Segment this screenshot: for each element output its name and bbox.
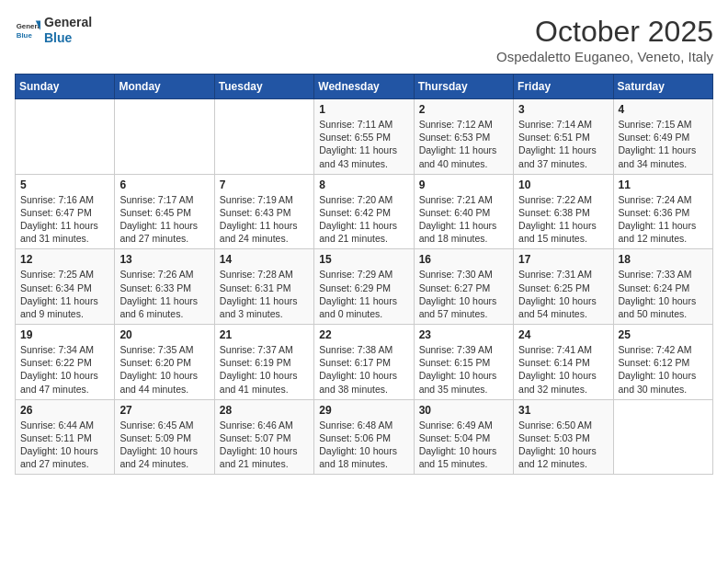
week-row-1: 1Sunrise: 7:11 AMSunset: 6:55 PMDaylight… [16,99,713,175]
day-number: 12 [20,253,109,266]
calendar-cell: 26Sunrise: 6:44 AMSunset: 5:11 PMDayligh… [16,399,115,475]
month-title: October 2025 [496,15,713,49]
day-info: Sunrise: 6:49 AMSunset: 5:04 PMDaylight:… [419,419,508,471]
day-number: 24 [518,328,608,341]
weekday-header-friday: Friday [514,75,613,99]
day-info: Sunrise: 7:12 AMSunset: 6:53 PMDaylight:… [419,118,508,170]
day-number: 16 [419,253,508,266]
day-info: Sunrise: 7:42 AMSunset: 6:12 PMDaylight:… [619,343,708,396]
day-info: Sunrise: 7:38 AMSunset: 6:17 PMDaylight:… [319,343,408,396]
day-number: 23 [419,328,508,341]
day-number: 9 [419,178,508,191]
calendar-table: SundayMondayTuesdayWednesdayThursdayFrid… [15,74,713,475]
calendar-cell: 18Sunrise: 7:33 AMSunset: 6:24 PMDayligh… [613,249,712,325]
weekday-header-sunday: Sunday [16,75,115,99]
day-number: 14 [220,253,309,266]
calendar-cell: 10Sunrise: 7:22 AMSunset: 6:38 PMDayligh… [514,174,613,249]
day-number: 22 [319,328,408,341]
day-info: Sunrise: 7:41 AMSunset: 6:14 PMDaylight:… [518,343,608,396]
calendar-cell: 31Sunrise: 6:50 AMSunset: 5:03 PMDayligh… [514,399,613,475]
svg-text:Blue: Blue [17,31,33,40]
day-info: Sunrise: 7:24 AMSunset: 6:36 PMDaylight:… [619,193,708,246]
title-block: October 2025 Ospedaletto Euganeo, Veneto… [496,15,713,64]
weekday-header-wednesday: Wednesday [314,75,414,99]
calendar-cell: 23Sunrise: 7:39 AMSunset: 6:15 PMDayligh… [414,325,513,400]
week-row-5: 26Sunrise: 6:44 AMSunset: 5:11 PMDayligh… [16,399,713,475]
week-row-3: 12Sunrise: 7:25 AMSunset: 6:34 PMDayligh… [16,249,713,325]
day-number: 13 [119,253,209,266]
logo-general-text: General [44,15,92,30]
day-info: Sunrise: 6:46 AMSunset: 5:07 PMDaylight:… [220,419,309,471]
calendar-cell [16,99,115,175]
day-number: 21 [220,328,309,341]
day-info: Sunrise: 7:21 AMSunset: 6:40 PMDaylight:… [419,193,508,246]
calendar-cell: 15Sunrise: 7:29 AMSunset: 6:29 PMDayligh… [314,249,414,325]
weekday-header-thursday: Thursday [414,75,513,99]
day-info: Sunrise: 7:25 AMSunset: 6:34 PMDaylight:… [20,268,109,320]
calendar-cell: 30Sunrise: 6:49 AMSunset: 5:04 PMDayligh… [414,399,513,475]
day-info: Sunrise: 7:39 AMSunset: 6:15 PMDaylight:… [419,343,508,396]
day-info: Sunrise: 7:14 AMSunset: 6:51 PMDaylight:… [518,118,608,170]
day-number: 7 [220,178,309,191]
day-number: 2 [419,103,508,116]
day-info: Sunrise: 7:19 AMSunset: 6:43 PMDaylight:… [220,193,309,246]
logo: General Blue General Blue [15,15,92,46]
day-info: Sunrise: 7:35 AMSunset: 6:20 PMDaylight:… [119,343,209,396]
day-number: 6 [119,178,209,191]
day-info: Sunrise: 7:20 AMSunset: 6:42 PMDaylight:… [319,193,408,246]
day-number: 3 [518,103,608,116]
weekday-header-monday: Monday [115,75,214,99]
day-number: 1 [319,103,408,116]
calendar-cell: 11Sunrise: 7:24 AMSunset: 6:36 PMDayligh… [613,174,712,249]
calendar-cell: 9Sunrise: 7:21 AMSunset: 6:40 PMDaylight… [414,174,513,249]
day-info: Sunrise: 7:33 AMSunset: 6:24 PMDaylight:… [619,268,708,320]
calendar-cell: 3Sunrise: 7:14 AMSunset: 6:51 PMDaylight… [514,99,613,175]
location-title: Ospedaletto Euganeo, Veneto, Italy [496,49,713,64]
day-info: Sunrise: 7:16 AMSunset: 6:47 PMDaylight:… [20,193,109,246]
day-number: 15 [319,253,408,266]
calendar-cell: 25Sunrise: 7:42 AMSunset: 6:12 PMDayligh… [613,325,712,400]
week-row-4: 19Sunrise: 7:34 AMSunset: 6:22 PMDayligh… [16,325,713,400]
day-number: 19 [20,328,109,341]
calendar-body: 1Sunrise: 7:11 AMSunset: 6:55 PMDaylight… [16,99,713,475]
day-info: Sunrise: 7:15 AMSunset: 6:49 PMDaylight:… [619,118,708,170]
day-info: Sunrise: 7:26 AMSunset: 6:33 PMDaylight:… [119,268,209,320]
day-info: Sunrise: 7:37 AMSunset: 6:19 PMDaylight:… [220,343,309,396]
day-number: 31 [518,404,608,417]
day-info: Sunrise: 7:11 AMSunset: 6:55 PMDaylight:… [319,118,408,170]
calendar-cell: 20Sunrise: 7:35 AMSunset: 6:20 PMDayligh… [115,325,214,400]
weekday-header-row: SundayMondayTuesdayWednesdayThursdayFrid… [16,75,713,99]
page-header: General Blue General Blue October 2025 O… [15,15,713,64]
calendar-cell: 21Sunrise: 7:37 AMSunset: 6:19 PMDayligh… [214,325,313,400]
calendar-cell: 28Sunrise: 6:46 AMSunset: 5:07 PMDayligh… [214,399,313,475]
calendar-cell: 29Sunrise: 6:48 AMSunset: 5:06 PMDayligh… [314,399,414,475]
calendar-cell: 2Sunrise: 7:12 AMSunset: 6:53 PMDaylight… [414,99,513,175]
calendar-cell [613,399,712,475]
day-info: Sunrise: 6:44 AMSunset: 5:11 PMDaylight:… [20,419,109,471]
day-number: 4 [619,103,708,116]
day-info: Sunrise: 7:31 AMSunset: 6:25 PMDaylight:… [518,268,608,320]
calendar-cell: 16Sunrise: 7:30 AMSunset: 6:27 PMDayligh… [414,249,513,325]
calendar-cell: 17Sunrise: 7:31 AMSunset: 6:25 PMDayligh… [514,249,613,325]
day-number: 29 [319,404,408,417]
weekday-header-saturday: Saturday [613,75,712,99]
weekday-header-tuesday: Tuesday [214,75,313,99]
day-info: Sunrise: 6:50 AMSunset: 5:03 PMDaylight:… [518,419,608,471]
calendar-cell: 14Sunrise: 7:28 AMSunset: 6:31 PMDayligh… [214,249,313,325]
day-info: Sunrise: 7:22 AMSunset: 6:38 PMDaylight:… [518,193,608,246]
day-number: 11 [619,178,708,191]
day-number: 26 [20,404,109,417]
calendar-cell: 8Sunrise: 7:20 AMSunset: 6:42 PMDaylight… [314,174,414,249]
day-number: 8 [319,178,408,191]
day-number: 28 [220,404,309,417]
svg-text:General: General [17,22,40,30]
day-number: 10 [518,178,608,191]
day-info: Sunrise: 7:28 AMSunset: 6:31 PMDaylight:… [220,268,309,320]
day-number: 20 [119,328,209,341]
calendar-cell: 22Sunrise: 7:38 AMSunset: 6:17 PMDayligh… [314,325,414,400]
calendar-cell: 1Sunrise: 7:11 AMSunset: 6:55 PMDaylight… [314,99,414,175]
day-info: Sunrise: 7:17 AMSunset: 6:45 PMDaylight:… [119,193,209,246]
day-info: Sunrise: 7:29 AMSunset: 6:29 PMDaylight:… [319,268,408,320]
day-number: 5 [20,178,109,191]
calendar-cell: 13Sunrise: 7:26 AMSunset: 6:33 PMDayligh… [115,249,214,325]
